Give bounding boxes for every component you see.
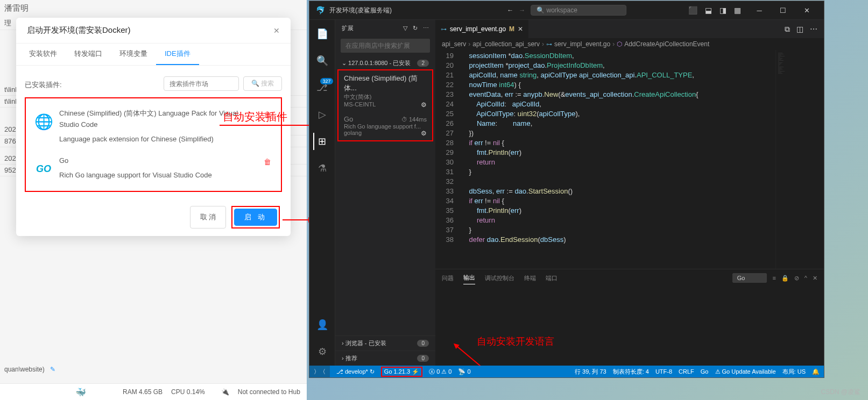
output-channel-select[interactable]: Go — [732, 273, 767, 283]
close-icon[interactable]: ✕ — [273, 26, 280, 35]
remote-button[interactable]: 〉〈 — [309, 366, 330, 377]
editor-tab[interactable]: ⊶ serv_impl_event.go M ✕ — [435, 20, 529, 38]
lock-icon[interactable]: 🔒 — [781, 275, 789, 282]
errors-status[interactable]: ⓧ 0 ⚠ 0 — [429, 368, 451, 376]
tab-env-vars[interactable]: 环境变量 — [111, 44, 156, 65]
extension-list: Chinese (Simplified) (简体... 中文(简体) MS-CE… — [337, 69, 433, 141]
vscode-window: 🐬 开发环境(凌鲨服务端) ← → 🔍 workspace ⬛ ⬓ ◨ ▦ ─ … — [309, 1, 824, 378]
more-icon[interactable]: ⋯ — [423, 25, 429, 32]
layout-bottom-icon[interactable]: ⬓ — [705, 6, 712, 15]
tab-size[interactable]: 制表符长度: 4 — [613, 368, 649, 376]
status-bar: 〉〈 ⎇ develop* ↻ Go 1.21.3 ⚡ ⓧ 0 ⚠ 0 📡 0 … — [309, 366, 824, 377]
code-editor[interactable]: 1920212223242526272829303132333435363738… — [435, 50, 824, 269]
tab-install-software[interactable]: 安装软件 — [20, 44, 66, 65]
delete-icon[interactable]: 🗑 — [262, 155, 273, 168]
edit-icon[interactable]: ✎ — [50, 366, 55, 373]
filter-icon[interactable]: ≡ — [772, 275, 775, 281]
debug-icon[interactable]: ▷ — [314, 106, 331, 123]
branch-status[interactable]: ⎇ develop* ↻ — [336, 368, 375, 375]
more-icon[interactable]: ⋯ — [810, 25, 817, 34]
docker-status-bar: 🐳 RAM 4.65 GB CPU 0.14% 🔌 Not connected … — [0, 383, 307, 400]
encoding[interactable]: UTF-8 — [655, 368, 672, 375]
bell-icon[interactable]: 🔔 — [812, 368, 820, 375]
close-button[interactable]: ✕ — [796, 3, 817, 18]
plugin-search-input[interactable] — [164, 76, 239, 91]
installed-section[interactable]: ⌄ 127.0.0.1:8080 - 已安装 — [342, 59, 411, 67]
installed-count: 2 — [417, 60, 429, 67]
language-mode[interactable]: Go — [701, 368, 709, 375]
plugin-name: Go — [59, 155, 256, 167]
source-control-icon[interactable]: ⎇327 — [314, 79, 331, 96]
go-update[interactable]: ⚠ Go Update Available — [715, 368, 776, 375]
test-icon[interactable]: ⚗ — [314, 160, 331, 177]
vscode-titlebar: 🐬 开发环境(凌鲨服务端) ← → 🔍 workspace ⬛ ⬓ ◨ ▦ ─ … — [309, 1, 824, 20]
arrow-icon — [283, 219, 309, 220]
cpu-status: CPU 0.14% — [167, 388, 209, 396]
close-panel-icon[interactable]: ✕ — [813, 275, 817, 282]
code-content[interactable]: sessionItem *dao.SessionDbItem, projectI… — [461, 50, 775, 269]
ext-item-go[interactable]: Go⏱ 144ms Rich Go language support f... … — [338, 112, 432, 140]
minimize-button[interactable]: ─ — [749, 3, 770, 18]
tab-port-forward[interactable]: 转发端口 — [66, 44, 111, 65]
start-button[interactable]: 启 动 — [234, 209, 277, 226]
filter-icon[interactable]: ▽ — [403, 25, 407, 32]
account-icon[interactable]: 👤 — [314, 316, 331, 333]
layout-status[interactable]: 布局: US — [782, 368, 806, 376]
path-label: quan\website) ✎ — [4, 366, 55, 373]
search-icon[interactable]: 🔍 — [314, 52, 331, 69]
clear-icon[interactable]: ⊘ — [794, 275, 799, 282]
layout-left-icon[interactable]: ⬛ — [688, 6, 697, 15]
panel-tab-debug[interactable]: 调试控制台 — [485, 272, 514, 284]
arrow-icon — [220, 125, 311, 126]
compare-icon[interactable]: ⧉ — [785, 25, 790, 34]
dialog-title: 启动开发环境(需安装Docker) — [27, 25, 131, 35]
layout-customize-icon[interactable]: ▦ — [734, 6, 741, 15]
dev-env-dialog: 启动开发环境(需安装Docker) ✕ 安装软件 转发端口 环境变量 IDE插件… — [16, 18, 291, 236]
ext-item-chinese[interactable]: Chinese (Simplified) (简体... 中文(简体) MS-CE… — [338, 70, 432, 112]
browser-section[interactable]: › 浏览器 - 已安装 0 — [335, 335, 435, 351]
refresh-icon[interactable]: ↻ — [413, 25, 418, 32]
maximize-button[interactable]: ☐ — [772, 3, 794, 18]
panel-tab-terminal[interactable]: 终端 — [524, 272, 536, 284]
nav-fwd-icon[interactable]: → — [519, 6, 525, 14]
tab-ide-plugins[interactable]: IDE插件 — [156, 44, 199, 65]
close-tab-icon[interactable]: ✕ — [518, 25, 523, 33]
recommend-section[interactable]: › 推荐 0 — [335, 351, 435, 366]
bottom-panel: 问题 输出 调试控制台 终端 端口 Go ≡ 🔒 ⊘ ^ ✕ 自动安装开发 — [435, 269, 824, 366]
gear-icon[interactable]: ⚙ — [421, 130, 427, 137]
layout-right-icon[interactable]: ◨ — [719, 6, 726, 15]
ports-status[interactable]: 📡 0 — [458, 368, 470, 375]
user-name: 潘雷明 — [0, 0, 307, 17]
go-version-status[interactable]: Go 1.21.3 ⚡ — [381, 367, 422, 377]
plugin-search-button[interactable]: 🔍 搜索 — [243, 76, 282, 91]
extension-search-input[interactable] — [341, 39, 430, 53]
arrow-icon — [456, 346, 498, 366]
docker-icon[interactable]: 🐳 — [0, 387, 118, 397]
go-icon: GO — [33, 159, 54, 179]
panel-tab-output[interactable]: 输出 — [463, 272, 475, 284]
maximize-panel-icon[interactable]: ^ — [805, 275, 807, 281]
window-title: 开发环境(凌鲨服务端) — [329, 6, 392, 15]
settings-icon[interactable]: ⚙ — [314, 343, 331, 360]
hub-status: Not connected to Hub — [234, 388, 305, 396]
split-icon[interactable]: ◫ — [796, 25, 803, 34]
minimap[interactable]: ▬▬▬▬▬▬▬▬▬▬▬▬▬▬▬▬▬▬▬▬▬▬▬▬▬▬▬▬▬▬▬▬▬▬▬▬▬▬▬▬… — [775, 50, 824, 269]
sidebar-title: 扩展 — [342, 24, 354, 32]
extensions-icon[interactable]: ⊞ — [313, 133, 330, 150]
editor-tabs: ⊶ serv_impl_event.go M ✕ ⧉ ◫ ⋯ — [435, 20, 824, 38]
command-center[interactable]: 🔍 workspace — [531, 5, 626, 16]
ram-status: RAM 4.65 GB — [118, 388, 167, 396]
installed-label: 已安装插件: — [25, 80, 62, 90]
activity-bar: 📄 🔍 ⎇327 ▷ ⊞ ⚗ 👤 ⚙ — [309, 20, 335, 366]
gear-icon[interactable]: ⚙ — [421, 101, 427, 109]
panel-body[interactable]: 自动安装开发语言 — [435, 287, 824, 366]
explorer-icon[interactable]: 📄 — [314, 25, 331, 42]
nav-back-icon[interactable]: ← — [507, 6, 513, 14]
eol[interactable]: CRLF — [679, 368, 694, 375]
plugin-desc: Rich Go language support for Visual Stud… — [59, 170, 256, 181]
panel-tab-problems[interactable]: 问题 — [442, 272, 454, 284]
cursor-position[interactable]: 行 39, 列 73 — [575, 368, 606, 376]
breadcrumb[interactable]: api_serv› api_collection_api_serv› ⊶serv… — [435, 38, 824, 50]
cancel-button[interactable]: 取 消 — [190, 206, 227, 228]
panel-tab-ports[interactable]: 端口 — [546, 272, 558, 284]
